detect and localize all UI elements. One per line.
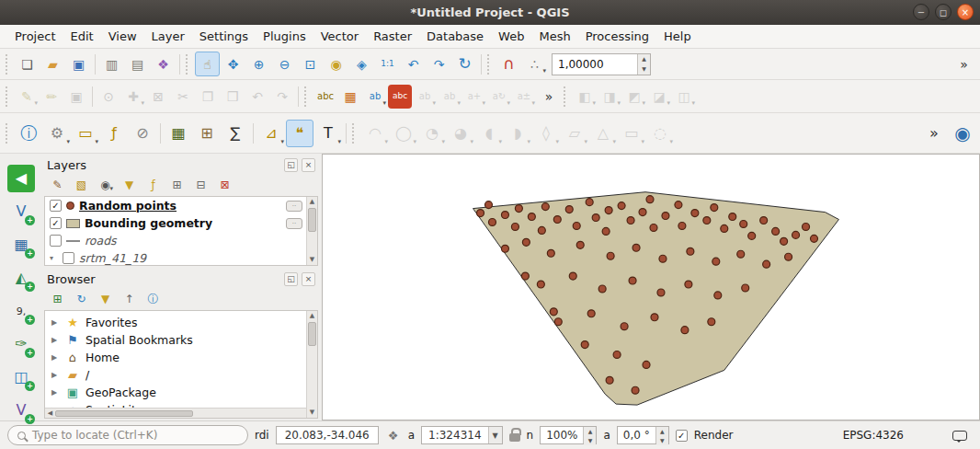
maximize-button[interactable]: ◻: [935, 4, 952, 20]
remove-layer-icon[interactable]: ⊠: [216, 177, 234, 194]
style-manager-button[interactable]: ❖: [151, 52, 176, 76]
layer-row[interactable]: ▾srtm_41_19: [45, 249, 317, 266]
menu-view[interactable]: View: [101, 27, 144, 46]
add-delimited-text-layer-button[interactable]: 9,+: [7, 297, 35, 325]
menu-settings[interactable]: Settings: [192, 27, 256, 46]
add-postgis-layer-button[interactable]: ◫+: [7, 363, 35, 391]
pan-map-button[interactable]: ☝: [195, 52, 220, 76]
scroll-left-icon[interactable]: ◀: [45, 409, 55, 417]
zoom-to-selection-button[interactable]: ◉: [324, 52, 348, 76]
toolbar-overflow-button[interactable]: »: [952, 52, 976, 76]
minimize-button[interactable]: −: [913, 4, 929, 20]
zoom-in-button[interactable]: ⊕: [246, 52, 271, 76]
browser-item-home[interactable]: ▶⌂Home: [45, 349, 317, 366]
expander-icon[interactable]: ▶: [51, 353, 60, 362]
toolbar-handle[interactable]: [6, 86, 9, 107]
add-group-icon[interactable]: ▧: [73, 177, 90, 194]
open-attribute-table-button[interactable]: ▦: [165, 120, 192, 147]
layer-row[interactable]: roads: [45, 232, 317, 249]
coordinate-input[interactable]: 20.083,-34.046: [276, 426, 379, 444]
snapping-magnet-button[interactable]: ∩: [496, 52, 521, 76]
scrollbar-thumb[interactable]: [55, 410, 193, 417]
menu-vector[interactable]: Vector: [313, 27, 366, 46]
scrollbar-thumb[interactable]: [308, 322, 316, 346]
scroll-down-icon[interactable]: ▼: [307, 255, 317, 265]
toolbar-handle[interactable]: [352, 123, 356, 144]
collapse-all-icon[interactable]: ⊟: [192, 177, 210, 194]
toolbar-handle[interactable]: [186, 54, 189, 75]
layer-visibility-checkbox[interactable]: ✓: [50, 200, 62, 212]
add-mesh-layer-button[interactable]: ◭+: [7, 264, 35, 292]
measure-button[interactable]: ⊿▾: [257, 120, 285, 147]
layer-visibility-checkbox[interactable]: [50, 235, 62, 247]
map-canvas[interactable]: [322, 154, 980, 420]
scrollbar-thumb[interactable]: [308, 208, 316, 232]
highlight-pinned-labels-button[interactable]: abc: [388, 85, 412, 109]
toolbar-handle[interactable]: [304, 86, 308, 107]
refresh-map-button[interactable]: ↻: [452, 52, 477, 76]
layer-visibility-checkbox[interactable]: [63, 252, 74, 264]
render-checkbox[interactable]: ✓: [676, 430, 688, 442]
expander-icon[interactable]: ▾: [50, 254, 58, 262]
menu-help[interactable]: Help: [656, 27, 699, 46]
open-layer-styling-icon[interactable]: ✎: [49, 177, 66, 194]
spin-up-icon[interactable]: ▲: [656, 427, 668, 436]
add-spatialite-layer-button[interactable]: ✑+: [7, 330, 35, 358]
browser-item--[interactable]: ▶▰/: [45, 366, 317, 384]
toolbar-overflow-button[interactable]: »: [537, 85, 561, 109]
refresh-browser-icon[interactable]: ↻: [73, 291, 90, 308]
zoom-last-button[interactable]: ↶: [401, 52, 426, 76]
spin-down-icon[interactable]: ▼: [656, 436, 668, 445]
menu-processing[interactable]: Processing: [578, 27, 656, 46]
layer-indicator-icon[interactable]: ··: [286, 218, 302, 229]
deselect-features-button[interactable]: ⊘: [129, 120, 156, 147]
expander-icon[interactable]: ▶: [51, 388, 60, 397]
select-by-expression-button[interactable]: ƒ: [100, 120, 128, 147]
save-project-button[interactable]: ▣: [66, 52, 91, 76]
close-button[interactable]: ×: [957, 4, 974, 20]
toolbar-handle[interactable]: [6, 54, 9, 75]
scroll-down-icon[interactable]: ▼: [307, 408, 317, 418]
scale-dropdown-icon[interactable]: ▼: [488, 427, 502, 443]
identify-features-button[interactable]: ⓘ: [15, 120, 42, 147]
zoom-full-button[interactable]: ⊡: [298, 52, 323, 76]
add-vector-layer-button[interactable]: V+: [7, 198, 35, 225]
zoom-next-button[interactable]: ↷: [427, 52, 451, 76]
open-project-button[interactable]: ▰: [40, 52, 65, 76]
vertical-scrollbar[interactable]: ▲ ▼: [306, 197, 317, 265]
menu-plugins[interactable]: Plugins: [256, 27, 313, 46]
layer-labeling-button[interactable]: abc: [313, 85, 337, 109]
close-panel-icon[interactable]: ×: [302, 272, 315, 286]
snapping-tolerance-spinbox[interactable]: 1,00000▲▼: [552, 53, 651, 75]
filter-browser-icon[interactable]: ▼: [97, 291, 114, 308]
crs-status-button[interactable]: EPSG:4326: [843, 429, 904, 442]
pan-to-selection-button[interactable]: ✥: [221, 52, 245, 76]
spin-down-icon[interactable]: ▼: [584, 436, 596, 445]
messages-icon[interactable]: [952, 431, 967, 441]
expander-icon[interactable]: ▶: [51, 318, 60, 327]
menu-layer[interactable]: Layer: [144, 27, 192, 46]
data-source-manager-button[interactable]: ◀: [7, 165, 35, 192]
toolbar-handle[interactable]: [487, 54, 491, 75]
snapping-options-button[interactable]: ∴▾: [522, 52, 547, 76]
run-feature-action-button[interactable]: ⚙▾: [43, 120, 71, 147]
rotation-spinbox[interactable]: 0,0 ° ▲▼: [617, 426, 669, 444]
layer-labeling-options-button[interactable]: ▦: [338, 85, 362, 109]
menu-mesh[interactable]: Mesh: [531, 27, 577, 46]
filter-legend-expression-icon[interactable]: ƒ: [144, 177, 162, 194]
zoom-native-button[interactable]: 1:1: [375, 52, 400, 76]
properties-browser-icon[interactable]: ⓘ: [144, 291, 162, 308]
toolbar-handle[interactable]: [6, 123, 9, 144]
new-project-button[interactable]: ❏: [15, 52, 40, 76]
new-print-layout-button[interactable]: ▥: [99, 52, 124, 76]
float-panel-icon[interactable]: ◱: [284, 272, 298, 286]
titlebar[interactable]: *Untitled Project - QGIS −◻×: [0, 0, 980, 25]
browser-item-favorites[interactable]: ▶★Favorites: [45, 314, 317, 331]
menu-edit[interactable]: Edit: [63, 27, 100, 46]
statistical-summary-button[interactable]: ∑: [222, 120, 249, 147]
layer-diagram-button[interactable]: ab▾: [363, 85, 387, 109]
magnifier-spinbox[interactable]: 100% ▲▼: [540, 426, 597, 444]
menu-raster[interactable]: Raster: [366, 27, 419, 46]
extents-toggle-icon[interactable]: ❖: [385, 429, 402, 443]
manage-map-themes-icon[interactable]: ◉▾: [97, 177, 114, 194]
